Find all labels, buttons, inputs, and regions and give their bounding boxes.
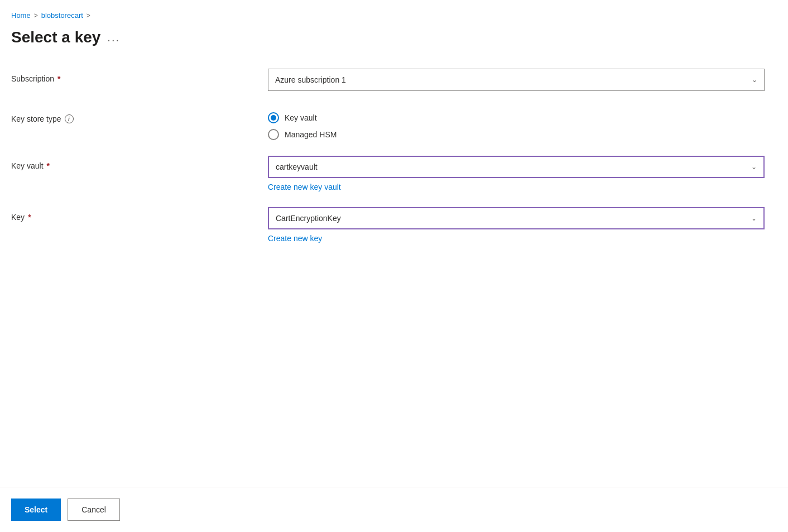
breadcrumb-separator-1: > (34, 12, 38, 20)
subscription-field: Azure subscription 1 ⌄ (268, 69, 765, 91)
radio-key-vault-label: Key vault (285, 113, 317, 122)
breadcrumb: Home > blobstorecart > (11, 11, 766, 20)
breadcrumb-separator-2: > (87, 12, 90, 20)
subscription-label: Subscription * (11, 69, 268, 83)
create-new-key-link[interactable]: Create new key (268, 234, 765, 243)
key-vault-row: Key vault * cartkeyvault ⌄ Create new ke… (11, 156, 765, 191)
subscription-row: Subscription * Azure subscription 1 ⌄ (11, 69, 765, 93)
radio-key-vault[interactable]: Key vault (268, 112, 765, 123)
key-vault-dropdown[interactable]: cartkeyvault ⌄ (268, 156, 765, 178)
footer: Select Cancel (0, 487, 788, 532)
breadcrumb-blobstorecart[interactable]: blobstorecart (41, 11, 83, 20)
key-store-type-info-icon[interactable]: i (65, 114, 74, 123)
key-vault-field: cartkeyvault ⌄ Create new key vault (268, 156, 765, 191)
form-container: Subscription * Azure subscription 1 ⌄ Ke… (11, 69, 765, 243)
radio-key-vault-circle[interactable] (268, 112, 279, 123)
key-store-type-label: Key store type i (11, 109, 268, 123)
key-store-type-field: Key vault Managed HSM (268, 109, 765, 140)
subscription-required: * (57, 74, 60, 83)
more-options-button[interactable]: ... (107, 31, 120, 44)
page-header: Select a key ... (11, 28, 766, 46)
key-dropdown[interactable]: CartEncryptionKey ⌄ (268, 207, 765, 229)
subscription-dropdown-value: Azure subscription 1 (275, 75, 346, 84)
subscription-dropdown-chevron: ⌄ (752, 76, 757, 84)
key-store-type-row: Key store type i Key vault Managed HSM (11, 109, 765, 140)
key-row: Key * CartEncryptionKey ⌄ Create new key (11, 207, 765, 243)
select-button[interactable]: Select (11, 499, 61, 521)
subscription-dropdown[interactable]: Azure subscription 1 ⌄ (268, 69, 765, 91)
key-store-type-radio-group: Key vault Managed HSM (268, 109, 765, 140)
radio-managed-hsm-label: Managed HSM (285, 130, 337, 139)
radio-managed-hsm-circle[interactable] (268, 129, 279, 140)
key-vault-required: * (47, 161, 50, 170)
key-field: CartEncryptionKey ⌄ Create new key (268, 207, 765, 243)
radio-managed-hsm[interactable]: Managed HSM (268, 129, 765, 140)
key-required: * (28, 213, 31, 222)
key-vault-label: Key vault * (11, 156, 268, 170)
key-label: Key * (11, 207, 268, 222)
key-vault-dropdown-value: cartkeyvault (276, 162, 318, 171)
create-new-key-vault-link[interactable]: Create new key vault (268, 183, 765, 191)
cancel-button[interactable]: Cancel (68, 499, 120, 521)
key-dropdown-value: CartEncryptionKey (276, 214, 341, 223)
key-vault-dropdown-chevron: ⌄ (751, 163, 757, 171)
key-dropdown-chevron: ⌄ (751, 214, 757, 222)
page-title: Select a key (11, 28, 100, 46)
breadcrumb-home[interactable]: Home (11, 11, 31, 20)
